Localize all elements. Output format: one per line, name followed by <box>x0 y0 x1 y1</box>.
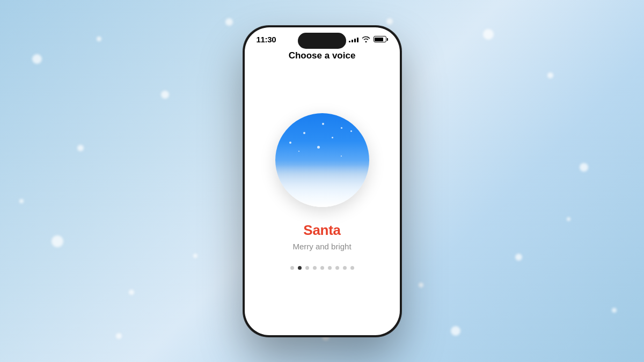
dynamic-island <box>298 33 346 49</box>
bokeh-dot <box>32 54 42 64</box>
signal-bar-1 <box>349 41 350 42</box>
signal-bar-2 <box>352 40 353 42</box>
pagination-dot-3[interactable] <box>313 266 317 270</box>
bokeh-dot <box>612 308 617 313</box>
bokeh-dot <box>193 254 197 258</box>
status-icons <box>349 36 388 42</box>
snow-dot <box>322 123 324 125</box>
voice-avatar[interactable] <box>275 113 369 207</box>
pagination-dot-4[interactable] <box>320 266 324 270</box>
snow-dot <box>332 137 333 138</box>
snow-dot <box>341 156 342 157</box>
snow-dot <box>317 146 320 149</box>
bokeh-dot <box>52 235 63 247</box>
snow-dot <box>289 142 291 144</box>
voice-name: Santa <box>303 222 340 239</box>
bokeh-dot <box>567 217 570 221</box>
phone-frame: 11:30 <box>243 26 401 337</box>
voice-avatar-image <box>275 113 369 207</box>
snow-dot <box>350 130 352 132</box>
pagination-dots <box>290 266 354 270</box>
voice-description: Merry and bright <box>292 242 351 251</box>
battery-fill <box>375 38 383 41</box>
battery-icon <box>374 36 388 42</box>
bokeh-dot <box>129 290 134 295</box>
snow-dot <box>298 151 299 152</box>
bokeh-dot <box>19 199 24 203</box>
pagination-dot-6[interactable] <box>335 266 339 270</box>
signal-bar-3 <box>354 39 356 42</box>
bokeh-dot <box>515 254 522 261</box>
pagination-dot-8[interactable] <box>350 266 354 270</box>
bokeh-dot <box>97 36 101 41</box>
signal-bar-4 <box>357 38 358 42</box>
bokeh-dot <box>386 18 393 25</box>
wifi-icon <box>362 36 370 42</box>
bokeh-dot <box>225 18 233 26</box>
bokeh-dot <box>419 283 423 287</box>
battery-tip <box>387 38 388 41</box>
main-content: Santa Merry and bright <box>245 70 400 335</box>
bokeh-dot <box>580 163 588 172</box>
phone-screen: 11:30 <box>245 27 400 335</box>
page-title: Choose a voice <box>245 48 400 70</box>
signal-icon <box>349 36 358 42</box>
bokeh-dot <box>116 333 122 339</box>
bokeh-dot <box>77 145 84 151</box>
pagination-dot-1[interactable] <box>298 266 302 270</box>
pagination-dot-0[interactable] <box>290 266 294 270</box>
status-time: 11:30 <box>257 35 276 44</box>
bokeh-dot <box>483 29 494 40</box>
pagination-dot-2[interactable] <box>305 266 309 270</box>
pagination-dot-5[interactable] <box>328 266 332 270</box>
cloud-overlay <box>275 165 369 207</box>
pagination-dot-7[interactable] <box>343 266 347 270</box>
snow-dot <box>303 132 305 134</box>
battery-body <box>374 36 386 42</box>
bokeh-dot <box>451 326 460 336</box>
snow-overlay <box>275 113 369 207</box>
bokeh-dot <box>547 72 553 78</box>
snow-dot <box>341 127 342 129</box>
bokeh-dot <box>161 91 169 99</box>
